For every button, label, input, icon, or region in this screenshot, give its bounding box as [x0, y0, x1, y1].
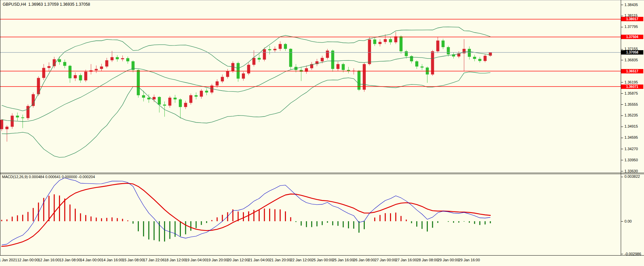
- candle[interactable]: [0, 120, 3, 129]
- macd-panel-canvas[interactable]: [0, 174, 621, 255]
- macd-histogram-bar[interactable]: [427, 221, 428, 232]
- candle[interactable]: [5, 127, 8, 129]
- macd-histogram-bar[interactable]: [301, 221, 302, 226]
- macd-histogram-bar[interactable]: [463, 221, 464, 222]
- candle[interactable]: [462, 49, 465, 53]
- macd-histogram-bar[interactable]: [33, 208, 34, 221]
- macd-histogram-bar[interactable]: [385, 213, 386, 221]
- macd-histogram-bar[interactable]: [1, 220, 2, 221]
- macd-histogram-bar[interactable]: [295, 221, 296, 222]
- macd-histogram-bar[interactable]: [406, 220, 407, 221]
- macd-histogram-bar[interactable]: [143, 221, 144, 236]
- bollinger-upper-line[interactable]: [2, 27, 490, 111]
- candle[interactable]: [221, 77, 224, 81]
- candle[interactable]: [289, 49, 292, 67]
- main-chart-canvas[interactable]: [0, 0, 621, 173]
- macd-histogram-bar[interactable]: [469, 221, 470, 223]
- macd-histogram-bar[interactable]: [390, 213, 391, 221]
- candle[interactable]: [21, 118, 24, 118]
- macd-histogram-bar[interactable]: [416, 221, 417, 227]
- panel-divider-top[interactable]: [0, 173, 644, 173]
- candle[interactable]: [226, 71, 229, 77]
- candle[interactable]: [173, 98, 176, 99]
- macd-histogram-bar[interactable]: [422, 221, 423, 229]
- candle[interactable]: [394, 36, 397, 42]
- macd-histogram-bar[interactable]: [380, 215, 381, 221]
- candle[interactable]: [110, 57, 114, 60]
- macd-histogram-bar[interactable]: [148, 221, 149, 239]
- candle[interactable]: [74, 75, 77, 78]
- candle[interactable]: [300, 70, 303, 72]
- candle[interactable]: [153, 97, 156, 99]
- candle[interactable]: [216, 81, 219, 86]
- candle[interactable]: [405, 51, 408, 56]
- macd-histogram-bar[interactable]: [138, 221, 139, 231]
- candle[interactable]: [32, 94, 35, 106]
- macd-histogram-bar[interactable]: [248, 211, 249, 221]
- macd-histogram-bar[interactable]: [22, 215, 23, 221]
- candle[interactable]: [158, 97, 161, 105]
- candle[interactable]: [478, 59, 481, 61]
- candle[interactable]: [247, 65, 250, 73]
- macd-histogram-bar[interactable]: [290, 217, 291, 221]
- candle[interactable]: [336, 64, 340, 69]
- candle[interactable]: [195, 95, 198, 97]
- candle[interactable]: [442, 40, 445, 47]
- macd-histogram-bar[interactable]: [49, 196, 50, 221]
- macd-histogram-bar[interactable]: [348, 221, 349, 228]
- macd-histogram-bar[interactable]: [306, 221, 307, 227]
- macd-histogram-bar[interactable]: [127, 221, 128, 221]
- macd-histogram-bar[interactable]: [243, 212, 244, 221]
- macd-histogram-bar[interactable]: [458, 221, 459, 223]
- candle[interactable]: [42, 68, 45, 78]
- macd-histogram-bar[interactable]: [353, 221, 354, 229]
- macd-histogram-bar[interactable]: [28, 212, 29, 221]
- macd-histogram-bar[interactable]: [12, 217, 13, 221]
- candle[interactable]: [357, 71, 360, 90]
- macd-histogram-bar[interactable]: [154, 221, 155, 240]
- candle[interactable]: [279, 44, 282, 49]
- macd-histogram-bar[interactable]: [400, 216, 401, 221]
- candle[interactable]: [368, 39, 371, 64]
- macd-histogram-bar[interactable]: [479, 221, 480, 225]
- macd-histogram-bar[interactable]: [17, 215, 18, 221]
- macd-histogram-bar[interactable]: [222, 215, 223, 221]
- macd-histogram-bar[interactable]: [259, 210, 260, 221]
- candle[interactable]: [342, 64, 345, 70]
- candle[interactable]: [68, 66, 71, 78]
- macd-histogram-bar[interactable]: [337, 221, 339, 226]
- macd-histogram-bar[interactable]: [69, 204, 70, 221]
- candle[interactable]: [126, 58, 129, 61]
- candle[interactable]: [121, 58, 124, 59]
- macd-histogram-bar[interactable]: [474, 221, 475, 224]
- candle[interactable]: [79, 75, 82, 80]
- candle[interactable]: [242, 73, 245, 78]
- candle[interactable]: [105, 60, 108, 67]
- candle[interactable]: [321, 58, 324, 61]
- candle[interactable]: [163, 105, 166, 106]
- macd-histogram-bar[interactable]: [59, 196, 60, 221]
- candle[interactable]: [168, 98, 171, 106]
- macd-histogram-bar[interactable]: [311, 221, 312, 227]
- macd-histogram-bar[interactable]: [285, 211, 286, 221]
- bollinger-lower-line[interactable]: [2, 72, 490, 158]
- candle[interactable]: [116, 57, 119, 59]
- macd-histogram-bar[interactable]: [101, 218, 102, 221]
- candle[interactable]: [200, 91, 203, 96]
- macd-histogram-bar[interactable]: [264, 208, 265, 221]
- macd-histogram-bar[interactable]: [332, 221, 333, 225]
- candle[interactable]: [11, 116, 14, 127]
- macd-histogram-bar[interactable]: [164, 221, 165, 241]
- macd-histogram-bar[interactable]: [185, 221, 186, 234]
- candle[interactable]: [16, 116, 19, 118]
- time-axis-line[interactable]: [0, 255, 644, 256]
- candle[interactable]: [447, 47, 450, 55]
- candle[interactable]: [147, 98, 150, 99]
- macd-histogram-bar[interactable]: [174, 221, 175, 237]
- candle[interactable]: [326, 51, 329, 58]
- macd-histogram-bar[interactable]: [358, 221, 359, 233]
- macd-histogram-bar[interactable]: [374, 218, 375, 221]
- candle[interactable]: [84, 72, 87, 80]
- macd-histogram-bar[interactable]: [448, 221, 449, 222]
- macd-histogram-bar[interactable]: [437, 221, 438, 223]
